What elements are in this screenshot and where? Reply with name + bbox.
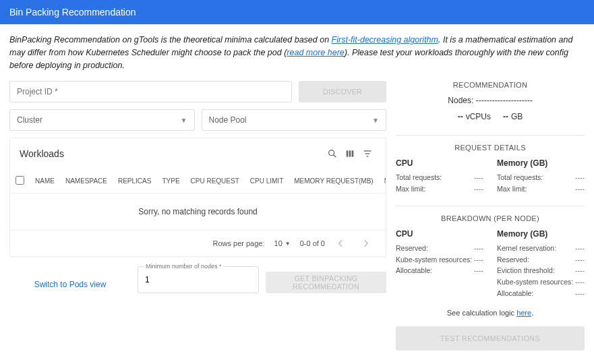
- workloads-title: Workloads: [20, 148, 64, 159]
- workloads-table: Name Namespace Replicas Type CPU Request…: [10, 169, 386, 193]
- col-name: Name: [30, 169, 60, 193]
- col-cpu-request: CPU Request: [185, 169, 245, 193]
- chevron-down-icon: ▼: [181, 117, 187, 124]
- switch-to-pods-link[interactable]: Switch to Pods view: [34, 280, 107, 289]
- svg-rect-4: [352, 151, 354, 157]
- col-mem-limit: Memory Limit(MB): [379, 169, 386, 193]
- ffd-link[interactable]: First-fit-decreasing algorithm: [332, 35, 438, 44]
- calc-logic-link[interactable]: here: [516, 309, 531, 317]
- nodepool-select[interactable]: Node Pool ▼: [202, 109, 387, 131]
- pagination-range: 0-0 of 0: [300, 239, 325, 247]
- cluster-select[interactable]: Cluster ▼: [9, 109, 195, 131]
- breakdown-cpu-heading: CPU: [396, 229, 483, 239]
- workloads-card: Workloads: [9, 138, 386, 257]
- min-nodes-input[interactable]: Minimum number of nodes *: [138, 266, 259, 293]
- rows-per-page-select[interactable]: 10 ▼: [274, 239, 291, 247]
- resource-summary: --vCPUs --GB: [396, 112, 585, 121]
- chevron-down-icon: ▼: [285, 241, 291, 247]
- svg-point-0: [329, 150, 334, 156]
- search-icon[interactable]: [324, 145, 341, 162]
- empty-state: Sorry, no matching records found: [10, 193, 386, 230]
- nodes-summary: Nodes: ---------------------: [396, 96, 585, 105]
- read-more-link[interactable]: read more here: [287, 48, 344, 57]
- prev-page-button[interactable]: [334, 237, 351, 249]
- discover-button[interactable]: Discover: [299, 81, 386, 102]
- breakdown-mem-heading: Memory (GB): [497, 229, 585, 239]
- app-header: Bin Packing Recommendation: [0, 0, 594, 24]
- project-id-input[interactable]: [9, 81, 292, 102]
- get-recommendation-button[interactable]: Get Binpacking Recommedation: [266, 272, 386, 293]
- col-cpu-limit: CPU Limit: [245, 169, 289, 193]
- col-mem-request: Memory Request(MB): [289, 169, 378, 193]
- cpu-heading: CPU: [396, 158, 483, 168]
- calculation-text: See calculation logic here.: [396, 309, 585, 317]
- col-type: Type: [156, 169, 185, 193]
- svg-rect-2: [347, 151, 349, 157]
- rows-per-page-label: Rows per page:: [212, 239, 264, 247]
- recommendation-title: Recommendation: [396, 81, 585, 89]
- col-namespace: Namespace: [60, 169, 113, 193]
- intro-text: BinPacking Recommendation on gTools is t…: [9, 34, 585, 71]
- col-replicas: Replicas: [113, 169, 156, 193]
- select-all-checkbox[interactable]: [16, 176, 24, 185]
- svg-line-1: [334, 155, 336, 158]
- filter-icon[interactable]: [359, 145, 376, 162]
- breakdown-title: Breakdown (per node): [396, 206, 585, 222]
- chevron-down-icon: ▼: [372, 117, 379, 124]
- memory-heading: Memory (GB): [497, 158, 585, 168]
- columns-icon[interactable]: [341, 145, 359, 162]
- request-details-title: Request Details: [396, 135, 585, 152]
- svg-rect-3: [349, 151, 351, 157]
- test-recommendations-button[interactable]: Test Recommendations: [396, 326, 585, 351]
- app-title: Bin Packing Recommendation: [9, 7, 136, 18]
- next-page-button[interactable]: [360, 237, 376, 249]
